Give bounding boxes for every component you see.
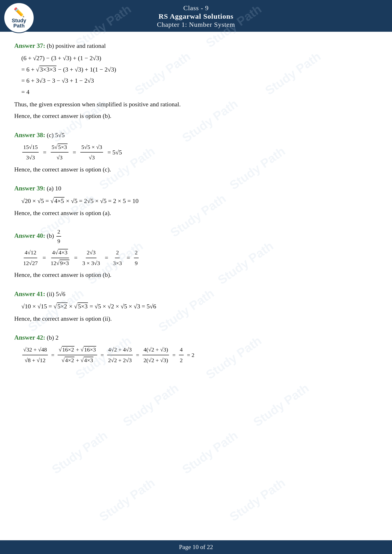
pencil-icon: ✏️: [14, 7, 25, 18]
logo: ✏️ Study Path: [4, 2, 34, 33]
answer-37-math: (6 + √27) − (3 + √3) + (1 − 2√3) = 6 + √…: [21, 53, 378, 97]
answer-40-hence: Hence, the correct answer is option (b).: [14, 270, 378, 280]
page-footer: Page 10 of 22: [0, 540, 392, 554]
logo-text-study: Study: [12, 18, 26, 23]
answer-38-math: 15√15 3√3 = 5√5×3 √3 = 5√5 × √3 √3 = 5√5: [21, 143, 378, 162]
answer-40-label: Answer 40: (b) 2 9: [14, 227, 378, 246]
answer-38-label: Answer 38: (c) 5√5: [14, 130, 378, 140]
main-content: Answer 37: (b) positive and rational (6 …: [0, 32, 392, 381]
answer-42-label: Answer 42: (b) 2: [14, 332, 378, 343]
answer-39-hence: Hence, the correct answer is option (a).: [14, 208, 378, 218]
answer-39-math: √20 × √5 = √4×5 × √5 = 2√5 × √5 = 2 × 5 …: [21, 196, 378, 206]
answer-42-math: √32 + √48 √8 + √12 = √16×2 + √16×3 √4×2 …: [21, 345, 378, 365]
answer-37-hence: Hence, the correct answer is option (b).: [14, 111, 378, 121]
answer-40-block: Answer 40: (b) 2 9 4√12 12√27 = 4√4×3 12…: [14, 227, 378, 280]
answer-38-block: Answer 38: (c) 5√5 15√15 3√3 = 5√5×3 √3 …: [14, 130, 378, 174]
answer-41-math: √10 × √15 = √5×2 × √5×3 = √5 × √2 × √5 ×…: [21, 302, 378, 312]
header-chapter: Chapter 1: Number System: [2, 21, 390, 28]
answer-38-hence: Hence, the correct answer is option (c).: [14, 165, 378, 174]
header-title: RS Aggarwal Solutions: [2, 12, 390, 20]
answer-41-block: Answer 41: (ii) 5√6 √10 × √15 = √5×2 × √…: [14, 289, 378, 324]
answer-42-block: Answer 42: (b) 2 √32 + √48 √8 + √12 = √1…: [14, 332, 378, 365]
answer-39-label: Answer 39: (a) 10: [14, 183, 378, 194]
answer-41-hence: Hence, the correct answer is option (ii)…: [14, 314, 378, 324]
header-class: Class - 9: [2, 4, 390, 12]
answer-39-block: Answer 39: (a) 10 √20 × √5 = √4×5 × √5 =…: [14, 183, 378, 218]
page-number: Page 10 of 22: [179, 544, 213, 550]
page-header: Class - 9 RS Aggarwal Solutions Chapter …: [0, 0, 392, 32]
answer-37-label: Answer 37: (b) positive and rational: [14, 41, 378, 51]
answer-41-label: Answer 41: (ii) 5√6: [14, 289, 378, 299]
answer-40-math: 4√12 12√27 = 4√4×3 12√9×3 = 2√3 3 × 3√3 …: [21, 248, 378, 268]
logo-text-path: Path: [13, 23, 25, 28]
logo-circle: ✏️ Study Path: [4, 2, 34, 33]
answer-37-block: Answer 37: (b) positive and rational (6 …: [14, 41, 378, 121]
answer-37-conclusion: Thus, the given expression when simplifi…: [14, 99, 378, 110]
